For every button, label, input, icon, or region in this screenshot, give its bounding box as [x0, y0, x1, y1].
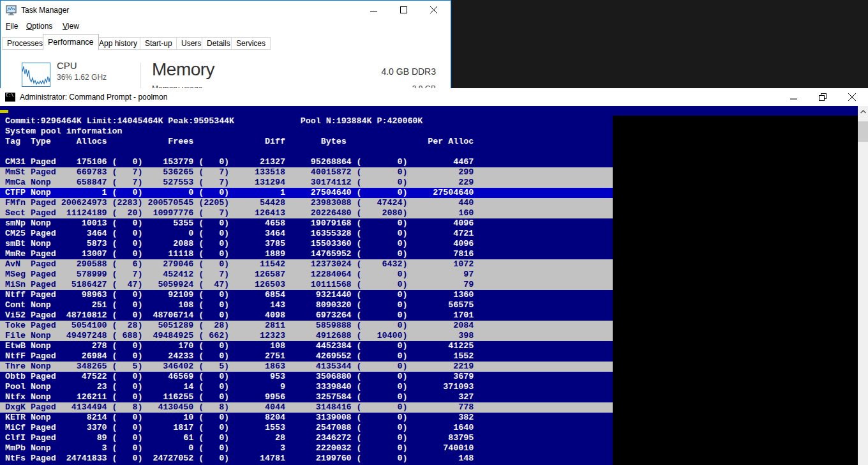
minimize-button[interactable]: [359, 1, 388, 19]
console-minimize-button[interactable]: [779, 88, 808, 106]
tab-processes[interactable]: Processes: [2, 37, 48, 50]
info-line: System pool information: [0, 126, 613, 137]
menu-item-view[interactable]: View: [63, 22, 79, 31]
pool-row-CM25: CM25 Paged 3464 ( 0) 0 ( 0) 3464 1635532…: [0, 229, 613, 239]
pool-row-Thre: Thre Nonp 348265 ( 5) 346402 ( 5) 1863 4…: [0, 362, 613, 372]
pool-row-DxgK: DxgK Paged 4134494 ( 8) 4130450 ( 8) 404…: [0, 402, 613, 413]
tab-strip: ProcessesPerformanceApp historyStart-upU…: [1, 34, 451, 50]
maximize-button[interactable]: [389, 1, 418, 19]
tab-app-history[interactable]: App history: [94, 37, 142, 50]
task-manager-titlebar[interactable]: Task Manager: [1, 1, 451, 20]
console-close-button[interactable]: [837, 88, 867, 106]
summary-line: Commit:9296464K Limit:14045464K Peak:959…: [0, 116, 613, 126]
pool-row-Ntff: Ntff Paged 98963 ( 0) 92109 ( 0) 6854 93…: [0, 290, 613, 300]
cpu-stats: 36% 1.62 GHz: [57, 73, 107, 82]
window-title: Task Manager: [21, 6, 69, 15]
pool-row-Pool: Pool Nonp 23 ( 0) 14 ( 0) 9 3339840 ( 0)…: [0, 382, 613, 392]
console-restore-button[interactable]: [808, 88, 837, 106]
minimize-icon: [790, 94, 797, 101]
restore-icon: [819, 93, 827, 101]
screen: Task Manager FileOptionsView ProcessesPe…: [0, 0, 868, 465]
cpu-graph-thumbnail: [22, 63, 50, 87]
pool-row-CTFP: CTFP Nonp 1 ( 0) 0 ( 0) 1 27504640 ( 0) …: [0, 188, 613, 198]
panel-divider: [140, 63, 141, 89]
pool-row-Sect: Sect Paged 11124189 ( 20) 10997776 ( 7) …: [0, 208, 613, 218]
pool-row-NtfF: NtfF Paged 26984 ( 0) 24233 ( 0) 2751 42…: [0, 351, 613, 362]
pool-row-MSeg: MSeg Paged 578999 ( 7) 452412 ( 7) 12658…: [0, 270, 613, 280]
minimize-icon: [370, 6, 377, 13]
close-button[interactable]: [419, 1, 448, 19]
pool-row-ClfI: ClfI Paged 89 ( 0) 61 ( 0) 28 2346272 ( …: [0, 433, 613, 443]
close-icon: [848, 93, 856, 101]
cpu-label: CPU: [57, 60, 77, 71]
blank-line: [0, 147, 613, 157]
scrollbar-up-button[interactable]: [858, 106, 868, 117]
pool-row-NtFs: NtFs Paged 24741833 ( 0) 24727052 ( 0) 1…: [0, 454, 613, 464]
pool-row-CM31: CM31 Paged 175106 ( 0) 153779 ( 0) 21327…: [0, 157, 613, 167]
pool-row-MmPb: MmPb Nonp 3 ( 0) 0 ( 0) 3 2220032 ( 0) 7…: [0, 443, 613, 454]
menu-item-options[interactable]: Options: [26, 22, 52, 31]
menu-item-file[interactable]: File: [6, 22, 18, 31]
tab-details[interactable]: Details: [202, 37, 236, 50]
column-header-line: Tag Type Allocs Frees Diff Bytes Per All…: [0, 137, 613, 147]
pool-row-Vi52: Vi52 Paged 48710812 ( 0) 48706714 ( 0) 4…: [0, 310, 613, 321]
pool-row-AvN: AvN Paged 290588 ( 6) 279046 ( 0) 11542 …: [0, 259, 613, 270]
maximize-icon: [400, 6, 407, 13]
console-titlebar[interactable]: C:\ Administrator: Command Prompt - pool…: [0, 88, 868, 106]
pool-row-MmRe: MmRe Paged 13007 ( 0) 11118 ( 0) 1889 14…: [0, 249, 613, 259]
pool-row-KETR: KETR Nonp 8214 ( 0) 10 ( 0) 8204 3139008…: [0, 413, 613, 423]
pool-row-MmCa: MmCa Nonp 658847 ( 7) 527553 ( 7) 131294…: [0, 178, 613, 188]
chevron-up-icon: [860, 110, 866, 114]
pool-row-Toke: Toke Paged 5054100 ( 28) 5051289 ( 28) 2…: [0, 321, 613, 331]
task-manager-icon: [6, 5, 17, 15]
pool-row-smBt: smBt Nonp 5873 ( 0) 2088 ( 0) 3785 15503…: [0, 239, 613, 249]
pool-row-MmSt: MmSt Paged 669783 ( 7) 536265 ( 7) 13351…: [0, 167, 613, 178]
pool-row-MiCf: MiCf Paged 3370 ( 0) 1817 ( 0) 1553 2547…: [0, 423, 613, 433]
tab-services[interactable]: Services: [231, 37, 271, 50]
command-prompt-window: C:\ Administrator: Command Prompt - pool…: [0, 88, 868, 465]
cpu-sparkline: [22, 63, 50, 86]
performance-panel: CPU 36% 1.62 GHz Memory 4.0 GB DDR3 Memo…: [1, 50, 451, 89]
scrollbar-thumb[interactable]: [858, 121, 868, 142]
memory-capacity: 4.0 GB DDR3: [381, 66, 436, 77]
console-scrollbar[interactable]: [858, 106, 868, 465]
cursor-line: [0, 106, 613, 116]
sidebar-item-cpu[interactable]: CPU 36% 1.62 GHz: [17, 59, 132, 88]
pool-row-MiSn: MiSn Paged 5186427 ( 47) 5059924 ( 47) 1…: [0, 280, 613, 290]
command-prompt-icon: C:\: [5, 93, 15, 102]
tab-start-up[interactable]: Start-up: [140, 37, 177, 50]
pool-row-smNp: smNp Nonp 10013 ( 0) 5355 ( 0) 4658 1907…: [0, 218, 613, 229]
console-output: Commit:9296464K Limit:14045464K Peak:959…: [0, 106, 858, 465]
pool-row-FMfn: FMfn Paged 200624973 (2283) 200570545 (2…: [0, 198, 613, 208]
pool-row-File: File Nonp 49497248 ( 688) 49484925 ( 662…: [0, 331, 613, 341]
menu-bar: FileOptionsView: [1, 20, 451, 34]
task-manager-window: Task Manager FileOptionsView ProcessesPe…: [0, 0, 451, 89]
pool-row-Obtb: Obtb Paged 47522 ( 0) 46569 ( 0) 953 350…: [0, 372, 613, 382]
console-window-title: Administrator: Command Prompt - poolmon: [20, 93, 167, 102]
pool-row-EtwB: EtwB Nonp 278 ( 0) 170 ( 0) 108 4452384 …: [0, 341, 613, 351]
close-icon: [430, 6, 437, 13]
tab-performance[interactable]: Performance: [43, 34, 99, 50]
pool-row-Cont: Cont Nonp 251 ( 0) 108 ( 0) 143 8090320 …: [0, 300, 613, 310]
pool-row-Ntfx: Ntfx Nonp 126211 ( 0) 116255 ( 0) 9956 3…: [0, 392, 613, 402]
memory-title: Memory: [152, 59, 214, 80]
